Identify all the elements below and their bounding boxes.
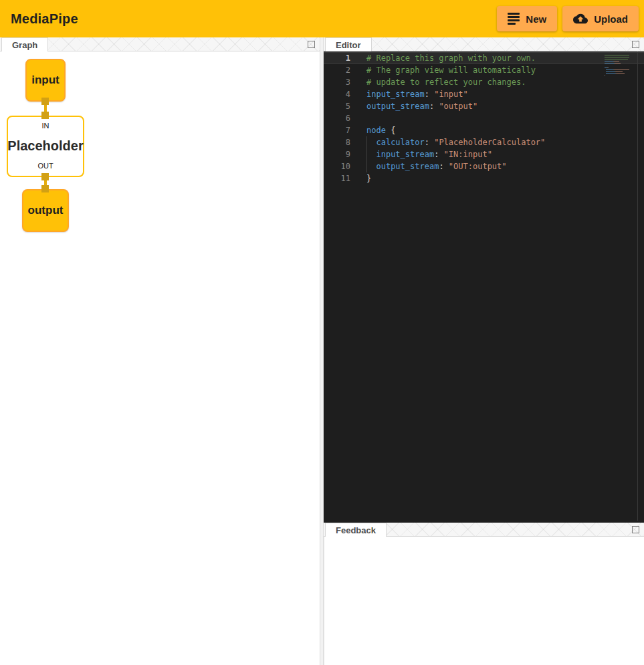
editor-panel: Editor 1# Replace this graph with your o… [324, 37, 644, 521]
graph-node-output[interactable]: output [22, 189, 69, 232]
app-header: MediaPipe New Upload [0, 0, 644, 37]
code-line[interactable]: 5output_stream: "output" [324, 100, 644, 112]
right-column: Editor 1# Replace this graph with your o… [324, 37, 644, 665]
code-line[interactable]: 2# The graph view will automatically [324, 64, 644, 76]
code-line[interactable]: 10 output_stream: "OUT:output" [324, 160, 644, 172]
code-line[interactable]: 8 calculator: "PlaceholderCalculator" [324, 136, 644, 148]
feedback-panel-tabstrip: Feedback [324, 523, 644, 537]
code-line[interactable]: 3# update to reflect your changes. [324, 76, 644, 88]
code-line[interactable]: 9 input_stream: "IN:input" [324, 148, 644, 160]
graph-canvas[interactable]: input IN Placeholder OUT output [0, 51, 320, 665]
editor-minimap[interactable] [605, 53, 629, 76]
feedback-content [324, 537, 644, 665]
output-port-of-input[interactable] [41, 98, 49, 105]
code-line[interactable]: 6 [324, 112, 644, 124]
main-layout: Graph input IN Placeholder OUT [0, 37, 644, 665]
in-port-of-placeholder[interactable] [41, 112, 49, 119]
tab-graph-label: Graph [12, 40, 37, 50]
new-button-label: New [526, 13, 546, 25]
input-node-label: input [31, 74, 60, 87]
output-node-label: output [28, 204, 64, 217]
mediapipe-visualizer: MediaPipe New Upload Graph [0, 0, 644, 665]
placeholder-node-label: Placeholder [7, 138, 83, 154]
feedback-panel: Feedback [324, 523, 644, 665]
tab-feedback-label: Feedback [336, 525, 376, 535]
new-button[interactable]: New [497, 6, 557, 31]
graph-node-placeholder[interactable]: IN Placeholder OUT [7, 116, 84, 177]
code-lines: 1# Replace this graph with your own.2# T… [324, 51, 644, 184]
app-title: MediaPipe [11, 11, 78, 27]
maximize-icon[interactable] [632, 41, 639, 48]
input-port-of-output[interactable] [41, 185, 49, 192]
graph-panel-tabstrip: Graph [0, 37, 320, 51]
in-port-label: IN [42, 122, 49, 130]
code-line[interactable]: 4input_stream: "input" [324, 88, 644, 100]
cloud-upload-icon [573, 11, 588, 26]
code-editor[interactable]: 1# Replace this graph with your own.2# T… [324, 51, 644, 521]
tab-editor-label: Editor [336, 40, 361, 50]
out-port-of-placeholder[interactable] [41, 173, 49, 180]
graph-node-input[interactable]: input [25, 59, 66, 102]
maximize-icon[interactable] [308, 41, 315, 48]
tab-editor[interactable]: Editor [325, 37, 372, 51]
new-graph-icon [508, 11, 520, 27]
maximize-icon[interactable] [632, 526, 639, 533]
code-line[interactable]: 11} [324, 172, 644, 184]
header-actions: New Upload [492, 6, 639, 31]
tab-feedback[interactable]: Feedback [325, 523, 387, 537]
upload-button[interactable]: Upload [562, 6, 639, 31]
tab-graph[interactable]: Graph [1, 37, 48, 51]
graph-panel: Graph input IN Placeholder OUT [0, 37, 320, 665]
code-line[interactable]: 1# Replace this graph with your own. [324, 52, 644, 64]
out-port-label: OUT [37, 162, 53, 170]
upload-button-label: Upload [594, 13, 628, 25]
code-line[interactable]: 7node { [324, 124, 644, 136]
editor-panel-tabstrip: Editor [324, 37, 644, 51]
overview-ruler [637, 51, 638, 521]
